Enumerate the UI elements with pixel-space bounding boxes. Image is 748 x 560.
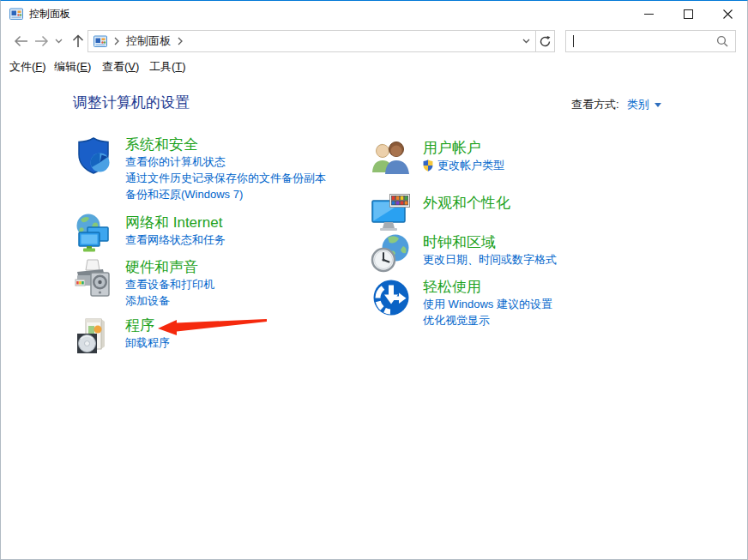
category-link-network-internet[interactable]: 网络和 Internet (125, 214, 226, 232)
window-controls (629, 1, 747, 27)
titlebar: 控制面板 (1, 1, 747, 27)
category-link-programs[interactable]: 程序 (125, 316, 170, 334)
breadcrumb-app-icon (94, 34, 107, 48)
category-network-internet: 网络和 Internet 查看网络状态和任务 (73, 213, 226, 254)
software-box-cd-icon[interactable] (73, 316, 114, 357)
task-link-file-history[interactable]: 通过文件历史记录保存你的文件备份副本 (125, 170, 326, 186)
category-link-hardware-sound[interactable]: 硬件和声音 (125, 258, 214, 276)
navigation-bar: 控制面板 (1, 27, 747, 56)
task-link-security-status[interactable]: 查看你的计算机状态 (125, 154, 326, 170)
close-button[interactable] (708, 1, 747, 27)
task-link-backup-restore[interactable]: 备份和还原(Windows 7) (125, 186, 326, 202)
category-link-appearance[interactable]: 外观和个性化 (423, 194, 510, 212)
up-arrow-icon (72, 34, 84, 48)
task-link-devices-printers[interactable]: 查看设备和打印机 (125, 276, 214, 292)
category-link-clock-region[interactable]: 时钟和区域 (423, 233, 557, 251)
printer-speaker-icon[interactable] (73, 257, 114, 298)
control-panel-home: 调整计算机的设置 查看方式:类别 系统和安全 查看你的计算机状态 通过文件历史记… (1, 78, 747, 559)
back-button[interactable] (11, 27, 30, 56)
menu-tools[interactable]: 工具(T) (149, 56, 186, 77)
category-hardware-sound: 硬件和声音 查看设备和打印机 添加设备 (73, 257, 214, 309)
close-icon (723, 9, 733, 19)
category-system-security: 系统和安全 查看你的计算机状态 通过文件历史记录保存你的文件备份副本 备份和还原… (73, 135, 326, 202)
category-ease-of-access: 轻松使用 使用 Windows 建议的设置 优化视觉显示 (371, 277, 552, 328)
menu-edit[interactable]: 编辑(E) (54, 56, 91, 77)
category-clock-region: 时钟和区域 更改日期、时间或数字格式 (371, 232, 557, 274)
control-panel-app-icon (9, 7, 23, 21)
minimize-icon (644, 9, 654, 19)
maximize-icon (684, 9, 693, 19)
task-link-suggested-settings[interactable]: 使用 Windows 建议的设置 (423, 296, 552, 312)
monitor-palette-icon[interactable] (371, 193, 412, 234)
category-link-ease-of-access[interactable]: 轻松使用 (423, 278, 552, 296)
shield-icon[interactable] (73, 135, 114, 176)
category-programs: 程序 卸载程序 (73, 316, 170, 357)
category-user-accounts: 用户帐户 更改帐户类型 (371, 138, 504, 179)
back-arrow-icon (14, 35, 28, 47)
task-link-optimize-visual[interactable]: 优化视觉显示 (423, 312, 552, 328)
category-link-user-accounts[interactable]: 用户帐户 (423, 139, 504, 157)
page-title: 调整计算机的设置 (73, 93, 190, 112)
chevron-down-icon[interactable] (654, 103, 661, 107)
menu-file[interactable]: 文件(F) (9, 56, 46, 77)
search-input[interactable] (574, 35, 716, 48)
task-link-label: 更改帐户类型 (437, 159, 504, 172)
two-users-icon[interactable] (371, 138, 412, 179)
task-link-network-status[interactable]: 查看网络状态和任务 (125, 232, 226, 248)
globe-clock-icon[interactable] (371, 232, 412, 274)
menu-view[interactable]: 查看(V) (102, 56, 139, 77)
task-link-uninstall-program[interactable]: 卸载程序 (125, 334, 170, 351)
control-panel-window: 控制面板 (0, 0, 748, 560)
search-icon (716, 35, 728, 47)
view-by-dropdown[interactable]: 类别 (627, 98, 649, 111)
task-link-add-device[interactable]: 添加设备 (125, 292, 214, 309)
view-by-label: 查看方式: (571, 98, 619, 111)
task-link-change-account-type[interactable]: 更改帐户类型 (423, 157, 504, 173)
ease-of-access-icon[interactable] (371, 277, 412, 318)
breadcrumb-chevron-icon[interactable] (114, 37, 119, 45)
view-by-control: 查看方式:类别 (571, 97, 661, 112)
window-title: 控制面板 (29, 7, 70, 21)
up-button[interactable] (69, 27, 87, 56)
chevron-down-icon (55, 39, 63, 44)
address-dropdown-button[interactable] (516, 31, 535, 51)
task-link-change-date-time[interactable]: 更改日期、时间或数字格式 (423, 251, 557, 268)
forward-button[interactable] (32, 27, 51, 56)
address-bar[interactable]: 控制面板 (87, 30, 555, 52)
network-globe-icon[interactable] (73, 213, 114, 254)
forward-arrow-icon (34, 35, 49, 47)
refresh-button[interactable] (536, 31, 554, 51)
recent-pages-button[interactable] (52, 27, 64, 56)
annotation-arrow-icon (155, 310, 271, 336)
chevron-down-icon (522, 39, 530, 44)
maximize-button[interactable] (668, 1, 708, 27)
breadcrumb-item-control-panel[interactable]: 控制面板 (126, 33, 171, 49)
uac-shield-icon (423, 160, 433, 172)
refresh-icon (540, 36, 551, 47)
minimize-button[interactable] (629, 1, 668, 27)
menu-bar: 文件(F) 编辑(E) 查看(V) 工具(T) (1, 56, 747, 79)
breadcrumb-chevron-icon[interactable] (178, 37, 183, 45)
category-link-system-security[interactable]: 系统和安全 (125, 135, 326, 154)
search-box (565, 30, 736, 52)
category-appearance-personalization: 外观和个性化 (371, 193, 510, 234)
